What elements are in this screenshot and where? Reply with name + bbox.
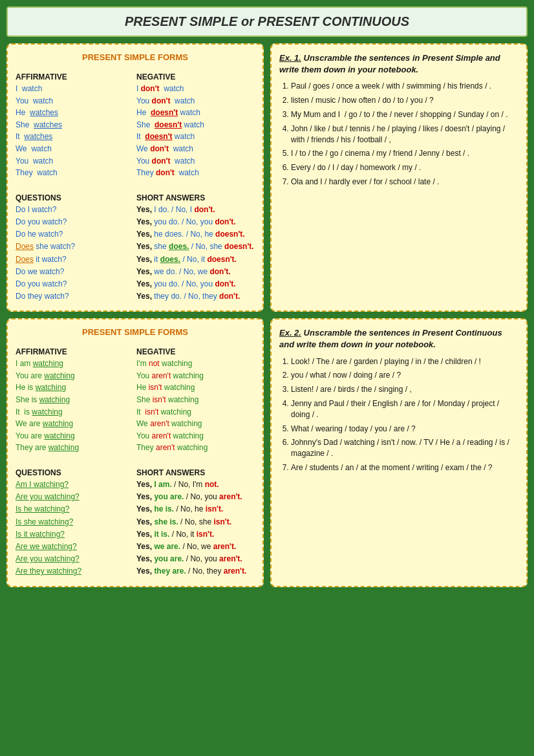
pc-q-header: QUESTIONS	[16, 468, 134, 477]
pc-aff-7: You are watching	[16, 430, 134, 442]
ps-aff-header: AFFIRMATIVE	[16, 72, 134, 81]
pc-q-7: Are you watching?	[16, 553, 134, 565]
ex2-item-7: Are / students / an / at the moment / wr…	[291, 462, 518, 473]
ps-sa-3: Yes, he does. / No, he doesn't.	[136, 228, 255, 241]
ps-neg-7: You don't watch	[136, 155, 255, 167]
ps-neg-6: We don't watch	[136, 143, 255, 155]
pc-aff-8: They are watching	[16, 442, 134, 454]
ps-aff-1: I watch	[16, 83, 134, 95]
pc-aff-1: I am watching	[16, 358, 134, 370]
pc-neg-2: You aren't watching	[136, 370, 255, 382]
ex1-title: Ex. 1. Unscramble the sentences in Prese…	[279, 52, 518, 76]
pc-neg-3: He isn't watching	[136, 382, 255, 394]
ps-q-6: Do we watch?	[16, 266, 134, 278]
ps-sa-5: Yes, it does. / No, it doesn't.	[136, 254, 255, 266]
pc-aff-3: He is watching	[16, 382, 134, 394]
pc-aff-4: She is watching	[16, 394, 134, 406]
ps-sa-2: Yes, you do. / No, you don't.	[136, 216, 255, 228]
pc-neg-6: We aren't watching	[136, 418, 255, 430]
ps-sa-8: Yes, they do. / No, they don't.	[136, 290, 255, 303]
ex2-item-2: you / what / now / doing / are / ?	[291, 370, 518, 381]
ex2-item-1: Look! / The / are / garden / playing / i…	[291, 356, 518, 367]
pc-aff-6: We are watching	[16, 418, 134, 430]
ps-sa-7: Yes, you do. / No, you don't.	[136, 278, 255, 290]
pc-sa-5: Yes, it is. / No, it isn't.	[136, 528, 255, 541]
ex1-item-2: listen / music / how often / do / to / y…	[291, 95, 518, 106]
pc-aff-header: AFFIRMATIVE	[16, 347, 134, 356]
ps-q-5: Does it watch?	[16, 254, 134, 266]
ex1-item-3: My Mum and I / go / to / the / never / s…	[291, 109, 518, 120]
ps-aff-5: It watches	[16, 131, 134, 143]
ex1-item-5: I / to / the / go / cinema / my / friend…	[291, 148, 518, 159]
pc-neg-header: NEGATIVE	[136, 347, 255, 356]
ps-sa-1: Yes, I do. / No, I don't.	[136, 204, 255, 216]
ps-q-3: Do he watch?	[16, 228, 134, 241]
pc-q-6: Are we watching?	[16, 541, 134, 553]
pc-questions-col: QUESTIONS Am I watching? Are you watchin…	[16, 463, 134, 578]
pc-sa-2: Yes, you are. / No, you aren't.	[136, 491, 255, 503]
pc-aff-5: It is watching	[16, 406, 134, 418]
ps-aff-7: You watch	[16, 155, 134, 167]
pc-neg-1: I'm not watching	[136, 358, 255, 370]
pc-q-5: Is it watching?	[16, 528, 134, 541]
exercise-1-card: Ex. 1. Unscramble the sentences in Prese…	[270, 43, 528, 312]
ps-neg-1: I don't watch	[136, 83, 255, 95]
pc-sa-8: Yes, they are. / No, they aren't.	[136, 565, 255, 578]
pc-card-title: PRESENT SIMPLE FORMS	[16, 327, 255, 337]
ps-q-2: Do you watch?	[16, 216, 134, 228]
pc-neg-4: She isn't watching	[136, 394, 255, 406]
ex1-list: Paul / goes / once a week / with / swimm…	[279, 81, 518, 187]
pc-negative-col: NEGATIVE I'm not watching You aren't wat…	[136, 342, 255, 454]
ps-aff-8: They watch	[16, 167, 134, 179]
pc-neg-8: They aren't watching	[136, 442, 255, 454]
ps-sa-4: Yes, she does. / No, she doesn't.	[136, 241, 255, 253]
ps-neg-5: It doesn't watch	[136, 131, 255, 143]
pc-q-2: Are you watching?	[16, 491, 134, 503]
page-title: PRESENT SIMPLE or PRESENT CONTINUOUS	[6, 6, 528, 37]
ex2-title: Ex. 2. Unscramble the sentences in Prese…	[279, 327, 518, 351]
ps-neg-header: NEGATIVE	[136, 72, 255, 81]
ps-aff-3: He watches	[16, 107, 134, 119]
ex1-item-4: John / like / but / tennis / he / playin…	[291, 124, 518, 146]
ps-q-7: Do you watch?	[16, 278, 134, 290]
pc-q-8: Are they watching?	[16, 565, 134, 578]
ps-q-1: Do I watch?	[16, 204, 134, 216]
ex1-item-1: Paul / goes / once a week / with / swimm…	[291, 81, 518, 92]
ex2-item-3: Listen! / are / birds / the / singing / …	[291, 384, 518, 395]
pc-sa-7: Yes, you are. / No, you aren't.	[136, 553, 255, 565]
pc-sa-header: SHORT ANSWERS	[136, 468, 255, 477]
ps-negative-col: NEGATIVE I don't watch You don't watch H…	[136, 67, 255, 179]
present-simple-card: PRESENT SIMPLE FORMS AFFIRMATIVE I watch…	[6, 43, 264, 312]
ps-questions-col: QUESTIONS Do I watch? Do you watch? Do h…	[16, 188, 134, 303]
pc-sa-1: Yes, I am. / No, I'm not.	[136, 479, 255, 491]
ps-neg-8: They don't watch	[136, 167, 255, 179]
ps-aff-6: We watch	[16, 143, 134, 155]
ps-neg-3: He doesn't watch	[136, 107, 255, 119]
exercise-2-card: Ex. 2. Unscramble the sentences in Prese…	[270, 318, 528, 587]
ps-shortanswers-col: SHORT ANSWERS Yes, I do. / No, I don't. …	[136, 188, 255, 303]
ps-aff-4: She watches	[16, 119, 134, 131]
ex2-item-6: Johnny's Dad / watching / isn't / now. /…	[291, 437, 518, 459]
ps-q-4: Does she watch?	[16, 241, 134, 253]
ps-q-8: Do they watch?	[16, 290, 134, 303]
present-continuous-card: PRESENT SIMPLE FORMS AFFIRMATIVE I am wa…	[6, 318, 264, 587]
ps-q-header: QUESTIONS	[16, 193, 134, 202]
ps-sa-6: Yes, we do. / No, we don't.	[136, 266, 255, 278]
pc-aff-2: You are watching	[16, 370, 134, 382]
pc-q-4: Is she watching?	[16, 516, 134, 528]
ex2-list: Look! / The / are / garden / playing / i…	[279, 356, 518, 473]
ps-card-title: PRESENT SIMPLE FORMS	[16, 52, 255, 62]
ex1-item-7: Ola and I / hardly ever / for / school /…	[291, 177, 518, 188]
pc-neg-5: It isn't watching	[136, 406, 255, 418]
ps-affirmative-col: AFFIRMATIVE I watch You watch He watches…	[16, 67, 134, 179]
ps-neg-4: She doesn't watch	[136, 119, 255, 131]
pc-q-1: Am I watching?	[16, 479, 134, 491]
ps-sa-header: SHORT ANSWERS	[136, 193, 255, 202]
ps-neg-2: You don't watch	[136, 95, 255, 107]
pc-affirmative-col: AFFIRMATIVE I am watching You are watchi…	[16, 342, 134, 454]
pc-sa-6: Yes, we are. / No, we aren't.	[136, 541, 255, 553]
pc-sa-4: Yes, she is. / No, she isn't.	[136, 516, 255, 528]
ps-aff-2: You watch	[16, 95, 134, 107]
pc-neg-7: You aren't watching	[136, 430, 255, 442]
pc-shortanswers-col: SHORT ANSWERS Yes, I am. / No, I'm not. …	[136, 463, 255, 578]
